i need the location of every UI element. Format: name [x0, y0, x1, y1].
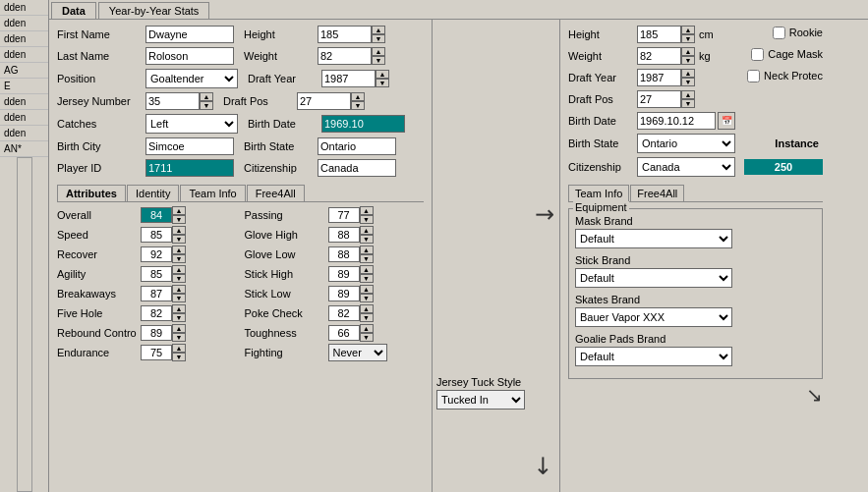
right-citizenship-select[interactable]: Canada — [637, 157, 735, 177]
speed-up-btn[interactable]: ▲ — [172, 226, 186, 235]
right-draft-year-up-btn[interactable]: ▲ — [681, 69, 695, 78]
weight-up-btn[interactable]: ▲ — [372, 47, 385, 56]
rebound-down-btn[interactable]: ▼ — [172, 333, 186, 342]
overall-input[interactable] — [141, 207, 172, 223]
height-down-btn[interactable]: ▼ — [372, 34, 385, 43]
tab-free4all[interactable]: Free4All — [247, 185, 305, 201]
weight-down-btn[interactable]: ▼ — [372, 56, 385, 65]
jersey-input[interactable] — [145, 92, 200, 110]
glove-high-input[interactable] — [328, 227, 360, 243]
birth-state-input-left[interactable] — [318, 137, 396, 155]
glove-high-up-btn[interactable]: ▲ — [360, 226, 374, 235]
breakaways-input[interactable] — [141, 286, 172, 301]
player-id-input[interactable] — [145, 159, 234, 177]
stick-low-input[interactable] — [328, 286, 360, 301]
right-height-input[interactable] — [637, 26, 681, 43]
toughness-input[interactable] — [328, 325, 360, 341]
speed-down-btn[interactable]: ▼ — [172, 235, 186, 244]
catches-select[interactable]: Left — [145, 114, 238, 134]
right-draft-year-down-btn[interactable]: ▼ — [681, 78, 695, 86]
overall-down-btn[interactable]: ▼ — [172, 215, 186, 224]
stick-brand-select[interactable]: Default — [575, 268, 732, 288]
rebound-input[interactable] — [141, 325, 172, 341]
goalie-pads-select[interactable]: Default — [575, 347, 732, 366]
height-input[interactable] — [318, 26, 372, 43]
five-hole-up-btn[interactable]: ▲ — [172, 304, 186, 313]
mask-brand-select[interactable]: Default — [575, 229, 732, 248]
toughness-down-btn[interactable]: ▼ — [360, 333, 374, 342]
overall-up-btn[interactable]: ▲ — [172, 206, 186, 215]
last-name-input[interactable] — [145, 47, 234, 65]
passing-up-btn[interactable]: ▲ — [360, 206, 374, 215]
right-tab-free4all[interactable]: Free4All — [630, 185, 684, 201]
glove-low-input[interactable] — [328, 246, 360, 262]
first-name-input[interactable] — [145, 26, 234, 43]
tab-data[interactable]: Data — [51, 2, 96, 19]
jersey-up-btn[interactable]: ▲ — [200, 92, 213, 101]
recover-up-btn[interactable]: ▲ — [172, 246, 186, 254]
tab-year-by-year[interactable]: Year-by-Year Stats — [98, 2, 210, 19]
agility-input[interactable] — [141, 266, 172, 282]
draft-pos-input[interactable] — [297, 92, 351, 110]
endurance-down-btn[interactable]: ▼ — [172, 353, 186, 361]
glove-low-up-btn[interactable]: ▲ — [360, 246, 374, 254]
right-weight-input[interactable] — [637, 47, 681, 65]
jersey-down-btn[interactable]: ▼ — [200, 101, 213, 110]
passing-input[interactable] — [328, 207, 360, 223]
endurance-up-btn[interactable]: ▲ — [172, 344, 186, 353]
right-weight-down-btn[interactable]: ▼ — [681, 56, 695, 65]
toughness-up-btn[interactable]: ▲ — [360, 324, 374, 333]
rebound-up-btn[interactable]: ▲ — [172, 324, 186, 333]
agility-up-btn[interactable]: ▲ — [172, 265, 186, 274]
position-select[interactable]: Goaltender — [145, 69, 238, 88]
poke-check-down-btn[interactable]: ▼ — [360, 313, 374, 322]
right-height-up-btn[interactable]: ▲ — [681, 26, 695, 34]
right-draft-pos-input[interactable] — [637, 90, 681, 108]
weight-input[interactable] — [318, 47, 372, 65]
calendar-button[interactable]: 📅 — [718, 112, 735, 130]
draft-year-input[interactable] — [321, 70, 376, 87]
rookie-checkbox[interactable] — [773, 27, 785, 39]
stick-high-up-btn[interactable]: ▲ — [360, 265, 374, 274]
poke-check-up-btn[interactable]: ▲ — [360, 304, 374, 313]
recover-down-btn[interactable]: ▼ — [172, 254, 186, 263]
stick-high-down-btn[interactable]: ▼ — [360, 274, 374, 283]
breakaways-up-btn[interactable]: ▲ — [172, 285, 186, 294]
draft-pos-down-btn[interactable]: ▼ — [351, 101, 365, 110]
speed-input[interactable] — [141, 227, 172, 243]
right-draft-pos-down-btn[interactable]: ▼ — [681, 99, 695, 108]
cage-mask-checkbox[interactable] — [751, 48, 764, 61]
tab-team-info[interactable]: Team Info — [180, 185, 245, 201]
draft-year-down-btn[interactable]: ▼ — [376, 79, 389, 87]
right-weight-up-btn[interactable]: ▲ — [681, 47, 695, 56]
jersey-tuck-select[interactable]: Tucked In — [436, 390, 525, 410]
sidebar-scrollbar[interactable] — [17, 157, 32, 492]
right-height-down-btn[interactable]: ▼ — [681, 34, 695, 43]
fighting-select[interactable]: Never — [328, 344, 387, 361]
right-birth-date-input[interactable] — [637, 112, 716, 130]
draft-pos-up-btn[interactable]: ▲ — [351, 92, 365, 101]
stick-low-up-btn[interactable]: ▲ — [360, 285, 374, 294]
right-tab-team-info[interactable]: Team Info — [568, 185, 629, 201]
birth-date-input-left[interactable] — [321, 115, 405, 133]
recover-input[interactable] — [141, 246, 172, 262]
tab-attributes[interactable]: Attributes — [57, 185, 126, 201]
stick-high-input[interactable] — [328, 266, 360, 282]
stick-low-down-btn[interactable]: ▼ — [360, 294, 374, 302]
height-up-btn[interactable]: ▲ — [372, 26, 385, 34]
citizenship-input-left[interactable] — [318, 159, 396, 177]
five-hole-input[interactable] — [141, 305, 172, 321]
endurance-input[interactable] — [141, 345, 172, 360]
glove-low-down-btn[interactable]: ▼ — [360, 254, 374, 263]
right-draft-year-input[interactable] — [637, 69, 681, 86]
right-birth-state-select[interactable]: Ontario — [637, 134, 735, 153]
right-draft-pos-up-btn[interactable]: ▲ — [681, 90, 695, 99]
skates-brand-select[interactable]: Bauer Vapor XXX — [575, 307, 732, 327]
breakaways-down-btn[interactable]: ▼ — [172, 294, 186, 302]
passing-down-btn[interactable]: ▼ — [360, 215, 374, 224]
birth-city-input[interactable] — [145, 137, 234, 155]
five-hole-down-btn[interactable]: ▼ — [172, 313, 186, 322]
poke-check-input[interactable] — [328, 305, 360, 321]
tab-identity[interactable]: Identity — [127, 185, 179, 201]
draft-year-up-btn[interactable]: ▲ — [376, 70, 389, 79]
